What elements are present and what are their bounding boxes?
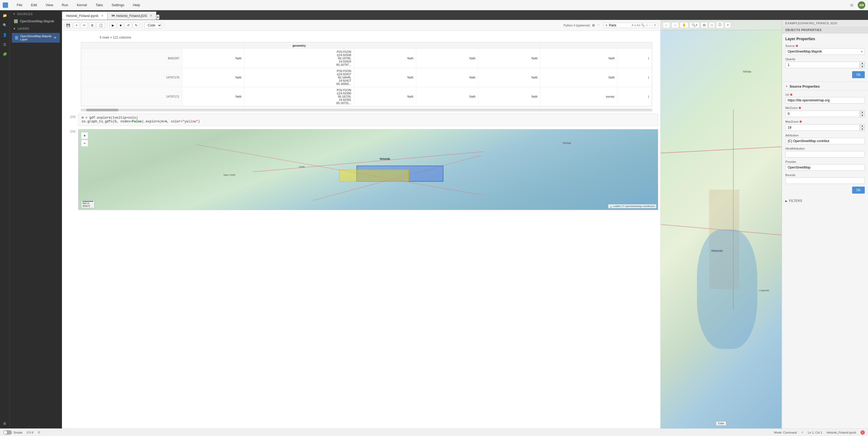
- opacity-label: Opacity: [785, 57, 865, 61]
- kernel-label: Python 3 (ipykernel): [564, 24, 590, 27]
- sources-label: SOURCES: [17, 12, 33, 16]
- opacity-increase-btn[interactable]: ▲: [860, 61, 865, 65]
- source-props-ok-button[interactable]: Ok: [852, 186, 865, 194]
- files-icon[interactable]: 📁: [2, 12, 8, 18]
- add-cell-button[interactable]: +: [73, 22, 80, 28]
- notebook-tab-close[interactable]: ✕: [101, 14, 103, 18]
- menu-kernel[interactable]: Kernel: [74, 2, 89, 8]
- layers-section-header: ▼ LAYERS: [10, 25, 62, 32]
- filters-section[interactable]: ▶ FILTERS: [782, 196, 868, 205]
- cut-button[interactable]: ✂: [81, 22, 88, 28]
- save-button[interactable]: 💾: [64, 22, 72, 28]
- opacity-input[interactable]: [785, 62, 860, 68]
- data-table-wrapper: geometry: [81, 42, 652, 107]
- row3-col7: |: [617, 87, 652, 106]
- maxzoom-decrease-btn[interactable]: ▼: [860, 127, 865, 131]
- menu-run[interactable]: Run: [60, 2, 70, 8]
- menu-help[interactable]: Help: [131, 2, 142, 8]
- cell-type-select[interactable]: Code: [145, 22, 162, 29]
- layer-name: OpenStreetMap.Mapnik Layer: [20, 34, 52, 41]
- new-tab-button[interactable]: +: [156, 14, 159, 20]
- stop-button[interactable]: ■: [118, 22, 124, 28]
- opacity-decrease-btn[interactable]: ▼: [860, 65, 865, 68]
- table-row: 8042297 NaN POLYGON((24.9293860.16795,24…: [81, 49, 652, 68]
- qgis-tab[interactable]: 🗺 Helsinki_Finland.jGIS ✕: [107, 11, 156, 20]
- qgis-info-btn[interactable]: ⓘ: [716, 22, 723, 28]
- row3-col3: NaN: [354, 87, 416, 106]
- right-panel: EXAMPLES/HIKING_FRANCE.JGIS OBJECTS PROP…: [782, 20, 868, 429]
- maxzoom-increase-btn[interactable]: ▲: [860, 124, 865, 127]
- notebook-content[interactable]: 5 rows × 121 columns geometry: [62, 31, 660, 429]
- layers-label: LAYERS: [18, 27, 29, 30]
- source-item-openstreetmap[interactable]: OpenStreetMap.Mapnik: [10, 18, 62, 25]
- paste-button[interactable]: 📋: [97, 22, 105, 28]
- copy-button[interactable]: ⧉: [89, 22, 96, 28]
- url-input[interactable]: [785, 97, 865, 104]
- qgis-back-btn[interactable]: ←: [663, 22, 670, 28]
- menu-tabs[interactable]: Tabs: [93, 2, 105, 8]
- menu-edit[interactable]: Edit: [29, 2, 39, 8]
- zoom-out-button[interactable]: −: [81, 140, 88, 147]
- maxzoom-input-wrapper: ▲ ▼: [785, 124, 865, 131]
- status-bar: Simple 0 5 6 ⊙ Mode: Command ✓ Ln 1, Col…: [0, 429, 868, 436]
- restart-button[interactable]: ↺: [125, 22, 132, 28]
- minzoom-input[interactable]: [785, 111, 860, 117]
- menu-icon[interactable]: ☰: [2, 41, 8, 48]
- row3-col5: NaN: [478, 87, 540, 106]
- menu-settings[interactable]: Settings: [110, 2, 126, 8]
- table-head: geometry: [81, 42, 652, 49]
- qgis-add-btn[interactable]: +: [725, 22, 731, 28]
- minzoom-increase-btn[interactable]: ▲: [860, 110, 865, 114]
- minzoom-decrease-btn[interactable]: ▼: [860, 114, 865, 117]
- menu-view[interactable]: View: [43, 2, 55, 8]
- sources-section-header: ▼ SOURCES: [10, 10, 62, 18]
- menu-file[interactable]: File: [14, 2, 25, 8]
- layer-visibility-icon[interactable]: 👁: [54, 36, 57, 39]
- maxzoom-input[interactable]: [785, 124, 860, 131]
- search-input[interactable]: [609, 24, 631, 27]
- qgis-tab-close[interactable]: ✕: [150, 14, 152, 18]
- app-container: File Edit View Run Kernel Tabs Settings …: [0, 0, 868, 436]
- minzoom-label: MinZoom: [785, 106, 865, 110]
- qgis-rect-btn[interactable]: □: [709, 22, 715, 28]
- html-attribution-input[interactable]: [785, 151, 865, 157]
- qgis-map[interactable]: Helsinki Vantaa Laajasalo 5 km: [660, 30, 781, 429]
- puzzle-icon[interactable]: 🧩: [2, 51, 8, 57]
- layer-item-osm[interactable]: OpenStreetMap.Mapnik Layer 👁: [12, 33, 60, 42]
- map-legend: 🍃 Leaflet | © OpenStreetMap contributors: [608, 204, 656, 208]
- source-props-header: ▼ Source Properties: [782, 82, 868, 90]
- cell-area: 5 rows × 121 columns geometry: [62, 31, 660, 214]
- mode-toggle-group: Simple: [3, 430, 23, 435]
- notebook-toolbar: 💾 + ✂ ⧉ 📋 ▶ ■ ↺ ↻ Code: [62, 20, 660, 31]
- attribution-input[interactable]: [785, 138, 865, 144]
- notebook-panel: 💾 + ✂ ⧉ 📋 ▶ ■ ↺ ↻ Code: [62, 20, 660, 429]
- grid-icon[interactable]: ⊞: [2, 420, 8, 426]
- provider-label: Provider: [785, 160, 865, 164]
- scrollbar-thumb[interactable]: [86, 109, 119, 111]
- run-button[interactable]: ▶: [110, 22, 116, 28]
- mode-toggle[interactable]: [3, 430, 12, 435]
- users-icon[interactable]: 👤: [2, 32, 8, 38]
- layer-props-ok-button[interactable]: Ok: [852, 71, 865, 78]
- toolbar-separator-3: [164, 23, 164, 28]
- restart-run-button[interactable]: ↻: [133, 22, 140, 28]
- search-icon-strip[interactable]: 🔍: [2, 22, 8, 28]
- filters-label: FILTERS: [789, 199, 802, 203]
- zoom-in-button[interactable]: +: [81, 132, 88, 139]
- map-highlight-yellow: [339, 170, 409, 182]
- qgis-split-btn[interactable]: ⊟: [701, 22, 708, 28]
- qgis-fwd-btn[interactable]: →: [671, 22, 679, 28]
- source-property-row: Source OpenStreetMap.Mapnik ▼: [785, 44, 865, 55]
- table-scrollbar[interactable]: [81, 109, 652, 111]
- qgis-zoomin-btn[interactable]: 🔍+: [689, 22, 700, 28]
- provider-input[interactable]: [785, 164, 865, 171]
- notebook-tab[interactable]: Helsinki_Finland.ipynb ✕: [62, 11, 107, 20]
- code-block-24[interactable]: m = gdf.explore(tooltip=cols) ox.graph_t…: [78, 114, 658, 126]
- status-numbers: 0 5 6: [27, 431, 33, 434]
- qgis-pan-btn[interactable]: ✋: [680, 22, 688, 28]
- source-props-ok-row: Ok: [785, 186, 865, 194]
- source-select[interactable]: OpenStreetMap.Mapnik: [785, 48, 865, 55]
- th-col3: [354, 42, 416, 49]
- bounds-input[interactable]: [785, 177, 865, 184]
- row2-col5: NaN: [478, 68, 540, 87]
